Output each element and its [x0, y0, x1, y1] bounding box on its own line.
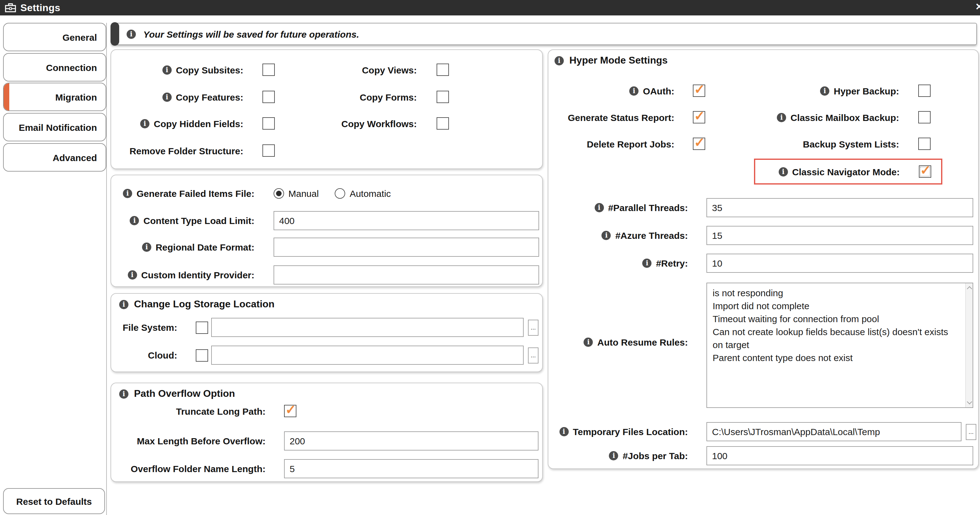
info-icon — [162, 65, 172, 74]
checkbox-cloud[interactable] — [196, 349, 208, 361]
checkbox-hyper-backup[interactable] — [918, 84, 931, 97]
azure-threads-input[interactable] — [706, 226, 973, 245]
file-system-label: File System: — [123, 322, 177, 333]
scroll-up-icon[interactable] — [967, 286, 972, 292]
remove-folder-structure-label: Remove Folder Structure: — [130, 145, 243, 156]
checkbox-classic-navigator-mode[interactable] — [919, 165, 931, 178]
jobs-per-tab-input[interactable] — [706, 446, 973, 465]
tab-connection[interactable]: Connection — [3, 53, 106, 81]
copy-hidden-fields-label: Copy Hidden Fields: — [154, 118, 243, 129]
info-icon — [584, 337, 593, 347]
regional-date-format-input[interactable] — [274, 238, 539, 257]
oauth-label: OAuth: — [643, 86, 675, 96]
titlebar: Settings ✕ — [0, 0, 980, 16]
info-icon — [602, 231, 611, 240]
retry-label: #Retry: — [656, 258, 688, 268]
hyper-mode-group: Hyper Mode Settings OAuth: Hyper Backup:… — [548, 49, 979, 469]
copy-forms-label: Copy Forms: — [360, 92, 417, 102]
info-icon — [559, 427, 568, 436]
change-log-group: Change Log Storage Location File System:… — [111, 293, 543, 372]
path-overflow-group-title: Path Overflow Option — [134, 388, 235, 399]
info-icon — [779, 167, 788, 176]
checkbox-copy-features[interactable] — [262, 91, 275, 103]
regional-date-format-label: Regional Date Format: — [156, 242, 255, 252]
hyper-mode-group-title: Hyper Mode Settings — [570, 55, 668, 66]
checkbox-classic-mailbox-backup[interactable] — [918, 111, 931, 124]
checkbox-copy-forms[interactable] — [437, 91, 449, 103]
tab-general-label: General — [62, 32, 97, 42]
overflow-folder-name-length-input[interactable] — [284, 459, 538, 478]
failed-items-group: Generate Failed Items File: Manual Autom… — [111, 175, 543, 287]
info-icon — [629, 86, 638, 95]
tab-general[interactable]: General — [3, 23, 106, 51]
temporary-files-location-input[interactable] — [706, 422, 961, 441]
toolbox-icon — [5, 3, 16, 12]
info-icon — [142, 242, 151, 252]
temporary-files-location-label: Temporary Files Location: — [573, 426, 688, 437]
truncate-long-path-label: Truncate Long Path: — [176, 406, 266, 416]
info-icon — [777, 113, 786, 122]
info-icon — [609, 451, 619, 460]
checkbox-copy-workflows[interactable] — [437, 117, 449, 130]
info-icon — [130, 216, 139, 225]
info-icon — [140, 119, 150, 128]
info-icon — [127, 270, 137, 280]
checkbox-generate-status-report[interactable] — [693, 111, 705, 124]
active-tab-indicator — [4, 83, 9, 111]
tab-advanced-label: Advanced — [53, 152, 97, 163]
jobs-per-tab-label: #Jobs per Tab: — [623, 450, 688, 461]
checkbox-copy-hidden-fields[interactable] — [262, 117, 275, 130]
info-icon — [820, 86, 829, 95]
cloud-browse-button[interactable]: ... — [528, 347, 538, 363]
custom-identity-provider-input[interactable] — [274, 265, 539, 285]
delete-report-jobs-label: Delete Report Jobs: — [587, 139, 675, 149]
checkbox-remove-folder-structure[interactable] — [262, 144, 275, 157]
content-type-load-limit-label: Content Type Load Limit: — [143, 216, 255, 226]
radio-automatic[interactable] — [335, 188, 345, 198]
info-banner: Your Settings will be saved for future o… — [111, 23, 977, 45]
checkbox-file-system[interactable] — [196, 321, 208, 334]
file-system-path-input[interactable] — [211, 318, 523, 337]
max-length-before-overflow-input[interactable] — [284, 431, 538, 450]
file-system-browse-button[interactable]: ... — [528, 319, 538, 335]
info-icon — [595, 203, 604, 212]
auto-resume-rules-input[interactable]: is not responding Import did not complet… — [706, 283, 973, 408]
checkbox-backup-system-lists[interactable] — [918, 138, 931, 150]
tab-migration[interactable]: Migration — [3, 83, 106, 111]
info-icon — [123, 189, 132, 198]
path-overflow-group: Path Overflow Option Truncate Long Path:… — [111, 383, 543, 482]
copy-views-label: Copy Views: — [362, 65, 417, 75]
reset-to-defaults-button[interactable]: Reset to Defaults — [3, 488, 105, 514]
checkbox-delete-report-jobs[interactable] — [693, 138, 705, 150]
radio-automatic-label[interactable]: Automatic — [350, 188, 391, 198]
tab-advanced[interactable]: Advanced — [3, 143, 106, 171]
checkbox-truncate-long-path[interactable] — [284, 405, 296, 417]
parallel-threads-label: #Parallel Threads: — [608, 203, 688, 213]
retry-input[interactable] — [706, 254, 973, 273]
checkbox-copy-subsites[interactable] — [262, 63, 275, 76]
radio-manual[interactable] — [274, 188, 284, 198]
window-title: Settings — [21, 2, 60, 13]
close-icon[interactable]: ✕ — [975, 1, 980, 12]
temp-files-browse-button[interactable]: ... — [966, 424, 976, 440]
hyper-backup-label: Hyper Backup: — [834, 86, 899, 96]
radio-manual-label[interactable]: Manual — [288, 188, 319, 198]
tab-migration-label: Migration — [55, 92, 97, 102]
checkbox-oauth[interactable] — [693, 84, 705, 97]
banner-text: Your Settings will be saved for future o… — [143, 29, 359, 39]
overflow-folder-name-length-label: Overflow Folder Name Length: — [130, 463, 266, 474]
auto-resume-rules-label: Auto Resume Rules: — [597, 337, 688, 347]
copy-subsites-label: Copy Subsites: — [176, 65, 243, 75]
cloud-path-input[interactable] — [211, 345, 523, 365]
checkbox-copy-views[interactable] — [437, 63, 449, 76]
banner-accent — [111, 22, 119, 46]
scroll-down-icon[interactable] — [967, 399, 972, 404]
content-type-load-limit-input[interactable] — [274, 211, 539, 230]
tab-email-notification-label: Email Notification — [19, 122, 97, 132]
azure-threads-label: #Azure Threads: — [616, 230, 688, 241]
backup-system-lists-label: Backup System Lists: — [803, 139, 899, 149]
auto-resume-scrollbar[interactable] — [965, 283, 973, 407]
parallel-threads-input[interactable] — [706, 198, 973, 217]
custom-identity-provider-label: Custom Identity Provider: — [141, 270, 255, 280]
tab-email-notification[interactable]: Email Notification — [3, 113, 106, 141]
